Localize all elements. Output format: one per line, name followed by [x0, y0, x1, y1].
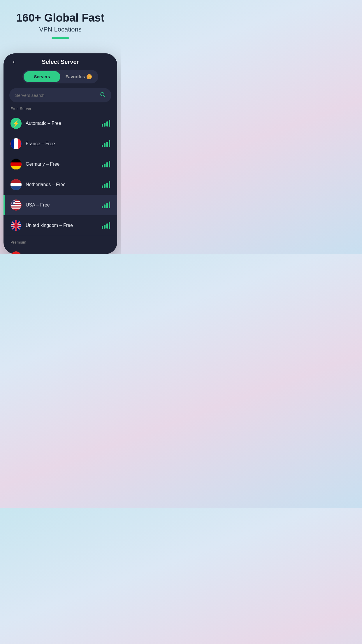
search-icon	[100, 92, 106, 99]
server-name: USA – Free	[26, 202, 102, 208]
signal-bars	[102, 140, 110, 147]
svg-point-12	[11, 202, 12, 203]
header-section: 160+ Global Fast VPN Locations	[10, 12, 110, 48]
signal-bars	[102, 181, 110, 188]
svg-point-14	[14, 202, 15, 203]
signal-bars	[102, 120, 110, 127]
svg-point-11	[14, 200, 15, 201]
search-bar[interactable]	[9, 88, 111, 102]
server-item-netherlands[interactable]: Netherlands – Free	[3, 174, 117, 195]
flag-albania: 🦅	[10, 251, 22, 254]
svg-point-9	[11, 200, 12, 201]
flag-usa	[10, 200, 22, 211]
section-label-premium: Premium	[3, 236, 117, 247]
svg-point-15	[11, 203, 12, 204]
nav-row: ‹ Select Server	[10, 59, 110, 65]
crown-icon: 👑	[87, 74, 92, 79]
flag-germany	[10, 159, 22, 170]
page-subheadline: VPN Locations	[16, 26, 104, 33]
section-label-free: Free Server	[3, 102, 117, 113]
phone-top-bar: ‹ Select Server Servers Favorites 👑	[3, 53, 117, 86]
server-name: United kingdom – Free	[26, 223, 102, 228]
auto-icon: ⚡	[10, 118, 22, 129]
search-input[interactable]	[15, 93, 97, 98]
server-item-uk[interactable]: United kingdom – Free	[3, 215, 117, 236]
signal-bars	[102, 222, 110, 229]
server-name: Netherlands – Free	[26, 182, 102, 187]
server-item-usa[interactable]: USA – Free	[3, 195, 117, 215]
flag-france	[10, 138, 22, 149]
header-divider	[52, 37, 69, 39]
svg-point-16	[13, 203, 14, 204]
server-name: Germany – Free	[26, 162, 102, 167]
server-list: Free Server ⚡ Automatic – Free France – …	[3, 102, 117, 254]
flag-netherlands	[10, 179, 22, 190]
phone-frame: ‹ Select Server Servers Favorites 👑 Free…	[3, 53, 117, 254]
tab-favorites[interactable]: Favorites 👑	[60, 71, 97, 82]
page-headline: 160+ Global Fast	[16, 12, 104, 24]
server-item-germany[interactable]: Germany – Free	[3, 154, 117, 174]
signal-bars	[102, 161, 110, 167]
svg-point-13	[13, 202, 14, 203]
tab-servers[interactable]: Servers	[24, 71, 60, 82]
server-item-albania[interactable]: 🦅 Albania	[3, 247, 117, 254]
tab-bar: Servers Favorites 👑	[22, 70, 98, 83]
signal-bars	[102, 202, 110, 208]
server-name: Automatic – Free	[26, 121, 102, 126]
server-name: France – Free	[26, 141, 102, 146]
server-item-automatic[interactable]: ⚡ Automatic – Free	[3, 113, 117, 134]
signal-bars	[102, 253, 110, 254]
nav-title: Select Server	[42, 59, 79, 65]
svg-rect-6	[11, 207, 21, 209]
server-item-france[interactable]: France – Free	[3, 134, 117, 154]
svg-point-10	[13, 200, 14, 201]
svg-rect-5	[11, 205, 21, 206]
flag-uk	[10, 220, 22, 231]
svg-line-1	[104, 95, 105, 97]
svg-point-17	[14, 203, 15, 204]
back-button[interactable]: ‹	[10, 57, 17, 67]
svg-rect-7	[11, 210, 21, 211]
